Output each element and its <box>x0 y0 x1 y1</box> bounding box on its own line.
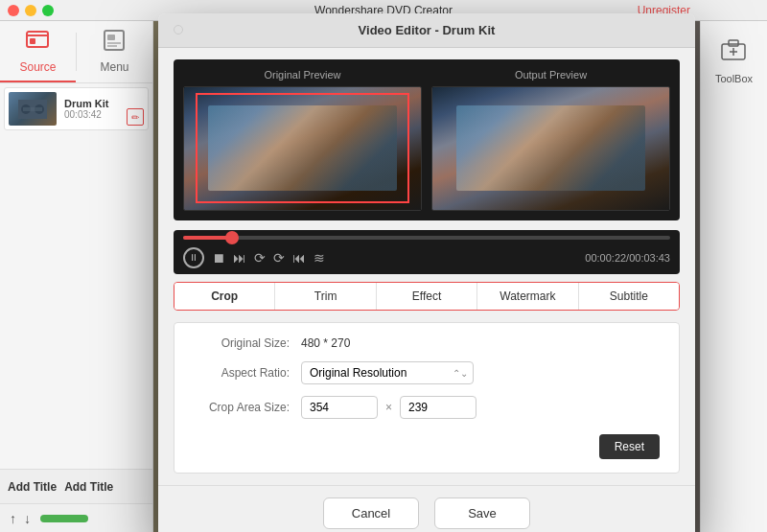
svg-rect-12 <box>729 40 738 46</box>
nav-tab-source[interactable]: Source <box>0 21 76 82</box>
crop-overlay-rect <box>196 93 408 203</box>
media-thumb-inner <box>9 92 57 126</box>
video-editor-modal: Video Editor - Drum Kit Original Preview <box>158 13 695 533</box>
sidebar: Source Menu <box>0 21 153 532</box>
tab-effect[interactable]: Effect <box>377 283 477 310</box>
tab-crop[interactable]: Crop <box>174 283 275 310</box>
original-preview-video <box>183 86 422 211</box>
media-info: Drum Kit 00:03:42 <box>64 98 108 120</box>
modal-body: Original Preview Output Preview <box>158 48 695 485</box>
media-edit-button[interactable]: ✏ <box>127 108 144 126</box>
stop-button[interactable]: ⏹ <box>212 250 225 266</box>
add-title-button[interactable]: Add Title <box>8 480 57 494</box>
crop-area-size-label: Crop Area Size: <box>194 401 290 414</box>
media-item-title: Drum Kit <box>64 98 108 109</box>
more-controls-button[interactable]: ≋ <box>314 250 325 266</box>
original-size-label: Original Size: <box>194 336 290 350</box>
svg-rect-10 <box>23 107 42 111</box>
scrubber-thumb[interactable] <box>225 231 239 244</box>
editor-tab-strip: Crop Trim Effect Watermark Subtitle <box>174 282 680 311</box>
scrubber-area: ⏸ ⏹ ⏭ ⟳ ⟳ ⏮ ≋ 00:00:22/00:03:43 <box>174 230 680 274</box>
output-preview-video <box>431 86 670 211</box>
move-up-button[interactable]: ↑ <box>8 509 18 528</box>
original-preview-label: Original Preview <box>183 69 422 81</box>
output-preview-label: Output Preview <box>431 69 670 81</box>
right-sidebar: ToolBox <box>700 21 767 532</box>
modal-title: Video Editor - Drum Kit <box>359 23 496 37</box>
maximize-button[interactable] <box>42 5 54 16</box>
crop-panel: Original Size: 480 * 270 Aspect Ratio: O… <box>174 322 680 474</box>
nav-tab-menu[interactable]: Menu <box>77 21 152 82</box>
toolbox-label: ToolBox <box>715 73 753 84</box>
modal-header: Video Editor - Drum Kit <box>158 13 695 48</box>
save-button[interactable]: Save <box>434 497 530 529</box>
cancel-button[interactable]: Cancel <box>323 497 419 529</box>
crop-dimension-separator: × <box>385 401 392 414</box>
modal-overlay: Video Editor - Drum Kit Original Preview <box>153 21 700 532</box>
toolbox-item[interactable]: ToolBox <box>709 31 758 90</box>
aspect-ratio-row: Aspect Ratio: Original Resolution ⌃⌄ <box>194 361 660 384</box>
original-size-row: Original Size: 480 * 270 <box>194 336 660 350</box>
output-video-inner <box>432 87 669 210</box>
toolbox-icon <box>720 36 747 69</box>
sidebar-bottom-controls: ↑ ↓ <box>0 503 152 532</box>
time-display: 00:00:22/00:03:43 <box>585 252 670 264</box>
aspect-ratio-label: Aspect Ratio: <box>194 366 290 380</box>
svg-rect-2 <box>30 38 35 44</box>
crop-width-input[interactable] <box>301 396 378 419</box>
move-down-button[interactable]: ↓ <box>22 509 33 528</box>
media-list: Drum Kit 00:03:42 ✏ <box>0 83 152 469</box>
output-preview-panel: Output Preview <box>431 69 670 211</box>
pause-button[interactable]: ⏸ <box>183 247 204 268</box>
preview-area: Original Preview Output Preview <box>174 59 680 220</box>
original-preview-panel: Original Preview <box>183 69 422 211</box>
media-thumbnail <box>9 92 57 126</box>
reorder-controls: ↑ ↓ <box>8 509 33 528</box>
center-content: Video Editor - Drum Kit Original Preview <box>153 21 700 532</box>
crop-height-input[interactable] <box>400 396 476 419</box>
svg-rect-4 <box>107 35 115 40</box>
minimize-button[interactable] <box>25 5 36 16</box>
reset-button[interactable]: Reset <box>599 434 660 459</box>
tab-watermark[interactable]: Watermark <box>477 283 578 310</box>
progress-bar <box>40 515 88 522</box>
playback-buttons: ⏸ ⏹ ⏭ ⟳ ⟳ ⏮ ≋ <box>183 247 325 268</box>
app-body: Source Menu <box>0 21 767 532</box>
source-icon <box>26 30 51 57</box>
modal-footer: Cancel Save <box>158 485 695 533</box>
next-frame-button[interactable]: ⏭ <box>233 250 246 266</box>
add-title-label: Add Title <box>64 480 113 494</box>
playback-controls: ⏸ ⏹ ⏭ ⟳ ⟳ ⏮ ≋ 00:00:22/00:03:43 <box>183 247 670 268</box>
tab-trim[interactable]: Trim <box>275 283 376 310</box>
menu-tab-label: Menu <box>100 60 128 74</box>
nav-tabs: Source Menu <box>0 21 152 83</box>
fast-forward-button[interactable]: ⟳ <box>273 250 285 266</box>
rewind-button[interactable]: ⟳ <box>254 250 266 266</box>
pause-icon: ⏸ <box>189 252 198 263</box>
source-tab-label: Source <box>19 60 56 74</box>
media-item-duration: 00:03:42 <box>64 109 108 120</box>
aspect-ratio-select-wrapper: Original Resolution ⌃⌄ <box>301 361 474 384</box>
original-video-inner <box>184 87 421 210</box>
crop-area-size-row: Crop Area Size: × <box>194 396 660 419</box>
crop-actions: Reset <box>194 430 660 459</box>
scrubber-track[interactable] <box>183 236 670 240</box>
skip-start-button[interactable]: ⏮ <box>292 250 306 266</box>
aspect-ratio-select[interactable]: Original Resolution <box>301 361 474 384</box>
close-button[interactable] <box>8 5 19 16</box>
original-size-value: 480 * 270 <box>301 336 350 350</box>
window-controls[interactable] <box>8 5 54 16</box>
menu-icon <box>103 30 128 57</box>
media-item[interactable]: Drum Kit 00:03:42 ✏ <box>4 87 149 130</box>
tab-subtitle[interactable]: Subtitle <box>579 283 679 310</box>
